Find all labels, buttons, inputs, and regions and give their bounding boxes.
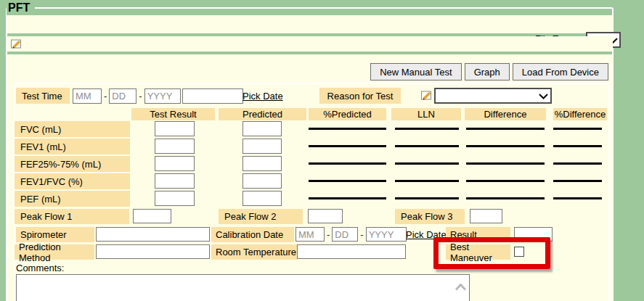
comments-label: Comments: bbox=[16, 263, 64, 273]
table-row-fef: FEF25%-75% (mL) bbox=[15, 156, 610, 172]
difference-placeholder-line bbox=[466, 145, 545, 147]
percent-predicted-placeholder-line bbox=[309, 162, 386, 165]
annotation-highlight-box bbox=[433, 237, 550, 269]
peak-flow-2-input[interactable] bbox=[308, 209, 343, 223]
difference-placeholder-line bbox=[466, 128, 545, 130]
row-label: FEV1/FVC (%) bbox=[15, 173, 130, 189]
prediction-method-label: Prediction Method bbox=[15, 244, 94, 260]
peak-flow-3-label: Peak Flow 3 bbox=[395, 209, 465, 224]
test-result-input[interactable] bbox=[155, 121, 195, 136]
lln-placeholder-line bbox=[395, 180, 459, 182]
difference-placeholder-line bbox=[466, 162, 545, 165]
scrollbar-up-arrow-icon[interactable] bbox=[455, 282, 467, 293]
column-header-predicted: Predicted bbox=[219, 108, 306, 120]
test-day-input[interactable] bbox=[109, 88, 136, 104]
toolbar: New Manual Test Graph Load From Device bbox=[13, 63, 608, 81]
edit-pencil-icon[interactable] bbox=[10, 38, 22, 51]
reason-edit-pencil-icon[interactable] bbox=[420, 89, 432, 103]
test-month-input[interactable] bbox=[73, 88, 102, 104]
column-header-test-result: Test Result bbox=[131, 108, 215, 120]
lln-placeholder-line bbox=[395, 128, 459, 130]
chevron-down-icon bbox=[539, 91, 548, 102]
lln-placeholder-line bbox=[395, 145, 459, 147]
edit-row bbox=[7, 36, 613, 51]
table-row-fvc: FVC (mL) bbox=[15, 121, 610, 137]
test-result-input[interactable] bbox=[155, 139, 195, 154]
predicted-input[interactable] bbox=[242, 156, 282, 171]
column-header-difference: Difference bbox=[465, 108, 546, 120]
table-row-pef: PEF (mL) bbox=[15, 191, 610, 207]
predicted-input[interactable] bbox=[242, 173, 282, 189]
column-header-percent-difference: %Difference bbox=[553, 108, 607, 120]
table-row-fev1-fvc: FEV1/FVC (%) bbox=[15, 173, 610, 189]
percent-predicted-placeholder-line bbox=[309, 197, 386, 199]
table-row-fev1: FEV1 (mL) bbox=[15, 139, 610, 154]
test-date-group: - - bbox=[73, 88, 243, 104]
peak-flow-row: Peak Flow 1 Peak Flow 2 Peak Flow 3 bbox=[15, 209, 610, 224]
percent-predicted-placeholder-line bbox=[309, 180, 386, 182]
column-header-percent-predicted: %Predicted bbox=[309, 108, 386, 120]
lln-placeholder-line bbox=[395, 162, 459, 165]
lln-placeholder-line bbox=[395, 197, 459, 199]
reason-for-test-label: Reason for Test bbox=[319, 88, 401, 104]
percent-difference-placeholder-line bbox=[553, 128, 602, 130]
column-header-lln: LLN bbox=[391, 108, 461, 120]
reason-for-test-select[interactable] bbox=[434, 88, 552, 104]
percent-difference-placeholder-line bbox=[553, 162, 602, 165]
test-result-input[interactable] bbox=[155, 173, 195, 189]
peak-flow-3-input[interactable] bbox=[470, 209, 502, 223]
comments-textarea[interactable] bbox=[16, 274, 470, 301]
pick-date-link[interactable]: Pick Date bbox=[242, 91, 283, 102]
spirometer-label: Spirometer bbox=[16, 227, 94, 242]
room-temperature-input[interactable] bbox=[297, 244, 406, 259]
date-separator: - bbox=[360, 229, 363, 240]
predicted-input[interactable] bbox=[242, 121, 282, 136]
file-type-row: File Type: OMI bbox=[7, 15, 613, 33]
test-time-input[interactable] bbox=[182, 88, 243, 104]
date-separator: - bbox=[104, 91, 107, 102]
difference-placeholder-line bbox=[466, 180, 545, 182]
spirometer-input[interactable] bbox=[96, 227, 210, 242]
row-label: PEF (mL) bbox=[15, 191, 130, 207]
date-separator: - bbox=[139, 91, 142, 102]
test-year-input[interactable] bbox=[144, 88, 181, 104]
test-result-input[interactable] bbox=[155, 191, 195, 206]
graph-button[interactable]: Graph bbox=[465, 63, 510, 81]
predicted-input[interactable] bbox=[242, 191, 282, 206]
row-label: FEF25%-75% (mL) bbox=[15, 156, 130, 172]
peak-flow-1-input[interactable] bbox=[133, 209, 171, 223]
calibration-day-input[interactable] bbox=[332, 227, 358, 242]
difference-placeholder-line bbox=[466, 197, 545, 199]
row-label: FEV1 (mL) bbox=[15, 139, 130, 154]
percent-predicted-placeholder-line bbox=[309, 128, 386, 130]
prediction-method-input[interactable] bbox=[96, 244, 210, 259]
new-manual-test-button[interactable]: New Manual Test bbox=[370, 63, 461, 81]
page-title: PFT bbox=[7, 0, 35, 15]
calibration-year-input[interactable] bbox=[366, 227, 407, 242]
calibration-month-input[interactable] bbox=[295, 227, 325, 242]
percent-difference-placeholder-line bbox=[553, 180, 602, 182]
percent-difference-placeholder-line bbox=[553, 145, 602, 147]
predicted-input[interactable] bbox=[242, 139, 282, 154]
test-result-input[interactable] bbox=[155, 156, 195, 171]
room-temperature-label: Room Temperature bbox=[211, 244, 297, 260]
load-from-device-button[interactable]: Load From Device bbox=[513, 63, 608, 81]
test-time-label: Test Time bbox=[16, 88, 70, 104]
pft-screen: PFT File Type: OMI New Manual Test Graph… bbox=[0, 0, 644, 301]
peak-flow-1-label: Peak Flow 1 bbox=[15, 209, 129, 224]
date-separator: - bbox=[327, 229, 330, 240]
row-label: FVC (mL) bbox=[15, 121, 130, 137]
calibration-date-label: Calibration Date bbox=[211, 227, 294, 242]
percent-difference-placeholder-line bbox=[553, 197, 602, 199]
peak-flow-2-label: Peak Flow 2 bbox=[219, 209, 303, 224]
percent-predicted-placeholder-line bbox=[309, 145, 386, 147]
calibration-date-group: - - bbox=[295, 227, 407, 242]
